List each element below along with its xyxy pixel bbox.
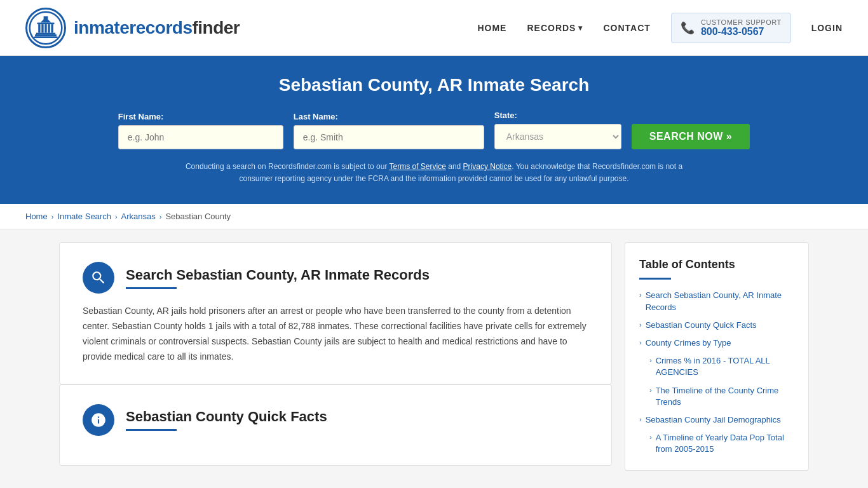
toc-link-0[interactable]: Search Sebastian County, AR Inmate Recor… xyxy=(646,290,794,313)
breadcrumb: Home › Inmate Search › Arkansas › Sebast… xyxy=(0,204,868,229)
breadcrumb-county: Sebastian County xyxy=(165,212,231,221)
toc-item: ›Sebastian County Quick Facts xyxy=(639,320,794,331)
logo-icon xyxy=(25,8,66,48)
chevron-icon: › xyxy=(649,433,652,441)
card1-title-block: Search Sebastian County, AR Inmate Recor… xyxy=(126,267,430,289)
breadcrumb-sep-1: › xyxy=(51,213,54,220)
toc-link-1[interactable]: Sebastian County Quick Facts xyxy=(646,320,757,331)
card1-header: Search Sebastian County, AR Inmate Recor… xyxy=(83,262,588,294)
svg-marker-2 xyxy=(41,17,51,22)
first-name-label: First Name: xyxy=(118,112,164,121)
toc-card: Table of Contents ›Search Sebastian Coun… xyxy=(625,242,809,471)
svg-rect-8 xyxy=(51,24,53,33)
nav-records[interactable]: RECORDS xyxy=(527,23,583,33)
svg-rect-4 xyxy=(38,24,40,33)
privacy-link[interactable]: Privacy Notice xyxy=(463,162,512,171)
logo-text: inmaterecordsfinder xyxy=(74,18,240,38)
nav-contact[interactable]: CONTACT xyxy=(603,23,650,33)
toc-title: Table of Contents xyxy=(639,258,794,271)
support-label: CUSTOMER SUPPORT xyxy=(701,18,782,26)
svg-rect-9 xyxy=(36,32,55,34)
support-info: CUSTOMER SUPPORT 800-433-0567 xyxy=(701,18,782,37)
last-name-label: Last Name: xyxy=(294,112,338,121)
chevron-icon: › xyxy=(639,291,642,299)
chevron-icon: › xyxy=(649,356,652,364)
card1-body: Sebastian County, AR jails hold prisoner… xyxy=(83,304,588,364)
toc-link-2[interactable]: County Crimes by Type xyxy=(646,337,731,349)
breadcrumb-inmate-search[interactable]: Inmate Search xyxy=(57,212,111,221)
card2-header: Sebastian County Quick Facts xyxy=(83,404,588,436)
toc-item: ›The Timeline of the County Crime Trends xyxy=(639,385,794,408)
card2-title-block: Sebastian County Quick Facts xyxy=(126,409,327,431)
logo-area: inmaterecordsfinder xyxy=(25,8,240,48)
search-circle-icon xyxy=(83,262,114,294)
chevron-icon: › xyxy=(639,416,642,423)
svg-rect-5 xyxy=(41,24,43,33)
toc-list: ›Search Sebastian County, AR Inmate Reco… xyxy=(639,290,794,455)
login-button[interactable]: LOGIN xyxy=(811,23,843,33)
last-name-group: Last Name: xyxy=(294,112,484,149)
svg-rect-10 xyxy=(35,34,57,36)
card1-underline xyxy=(126,287,177,289)
sidebar: Table of Contents ›Search Sebastian Coun… xyxy=(625,242,809,471)
state-label: State: xyxy=(494,111,517,120)
chevron-icon: › xyxy=(639,321,642,329)
breadcrumb-sep-3: › xyxy=(159,213,162,220)
breadcrumb-sep-2: › xyxy=(115,213,118,220)
phone-icon: 📞 xyxy=(681,21,695,35)
toc-item: ›County Crimes by Type xyxy=(639,337,794,349)
search-button[interactable]: SEARCH NOW xyxy=(632,124,750,149)
info-circle-icon xyxy=(83,404,114,436)
toc-item: ›Search Sebastian County, AR Inmate Reco… xyxy=(639,290,794,313)
disclaimer-text: Conducting a search on Recordsfinder.com… xyxy=(180,161,688,185)
toc-item: ›A Timeline of Yearly Data Pop Total fro… xyxy=(639,432,794,455)
chevron-icon: › xyxy=(639,339,642,346)
svg-rect-3 xyxy=(37,22,55,24)
toc-item: ›Crimes % in 2016 - TOTAL ALL AGENCIES xyxy=(639,355,794,378)
toc-link-4[interactable]: The Timeline of the County Crime Trends xyxy=(656,385,794,408)
svg-rect-11 xyxy=(34,36,57,38)
state-select[interactable]: Arkansas xyxy=(494,124,621,149)
chevron-icon: › xyxy=(649,386,652,394)
toc-link-6[interactable]: A Timeline of Yearly Data Pop Total from… xyxy=(656,432,794,455)
content-left: Search Sebastian County, AR Inmate Recor… xyxy=(59,242,612,471)
first-name-input[interactable] xyxy=(118,125,283,149)
toc-link-3[interactable]: Crimes % in 2016 - TOTAL ALL AGENCIES xyxy=(656,355,794,378)
site-header: inmaterecordsfinder HOME RECORDS CONTACT… xyxy=(0,0,868,56)
card1-title: Search Sebastian County, AR Inmate Recor… xyxy=(126,267,430,283)
tos-link[interactable]: Terms of Service xyxy=(390,162,446,171)
svg-rect-7 xyxy=(48,24,50,33)
main-nav: HOME RECORDS CONTACT 📞 CUSTOMER SUPPORT … xyxy=(477,13,843,43)
first-name-group: First Name: xyxy=(118,112,283,149)
breadcrumb-home[interactable]: Home xyxy=(25,212,48,221)
support-number: 800-433-0567 xyxy=(701,26,782,37)
card2-title: Sebastian County Quick Facts xyxy=(126,409,327,425)
main-content: Search Sebastian County, AR Inmate Recor… xyxy=(34,242,834,471)
search-form: First Name: Last Name: State: Arkansas S… xyxy=(25,111,843,149)
card-quick-facts: Sebastian County Quick Facts xyxy=(59,384,612,466)
card-inmate-records: Search Sebastian County, AR Inmate Recor… xyxy=(59,242,612,384)
banner-title: Sebastian County, AR Inmate Search xyxy=(25,75,843,95)
card2-underline xyxy=(126,429,177,431)
breadcrumb-state[interactable]: Arkansas xyxy=(121,212,156,221)
toc-item: ›Sebastian County Jail Demographics xyxy=(639,414,794,426)
nav-home[interactable]: HOME xyxy=(477,23,506,33)
last-name-input[interactable] xyxy=(294,125,484,149)
search-banner: Sebastian County, AR Inmate Search First… xyxy=(0,56,868,204)
support-box[interactable]: 📞 CUSTOMER SUPPORT 800-433-0567 xyxy=(671,13,791,43)
svg-rect-6 xyxy=(44,24,46,33)
toc-link-5[interactable]: Sebastian County Jail Demographics xyxy=(646,414,781,426)
toc-divider xyxy=(639,278,671,280)
state-group: State: Arkansas xyxy=(494,111,621,149)
